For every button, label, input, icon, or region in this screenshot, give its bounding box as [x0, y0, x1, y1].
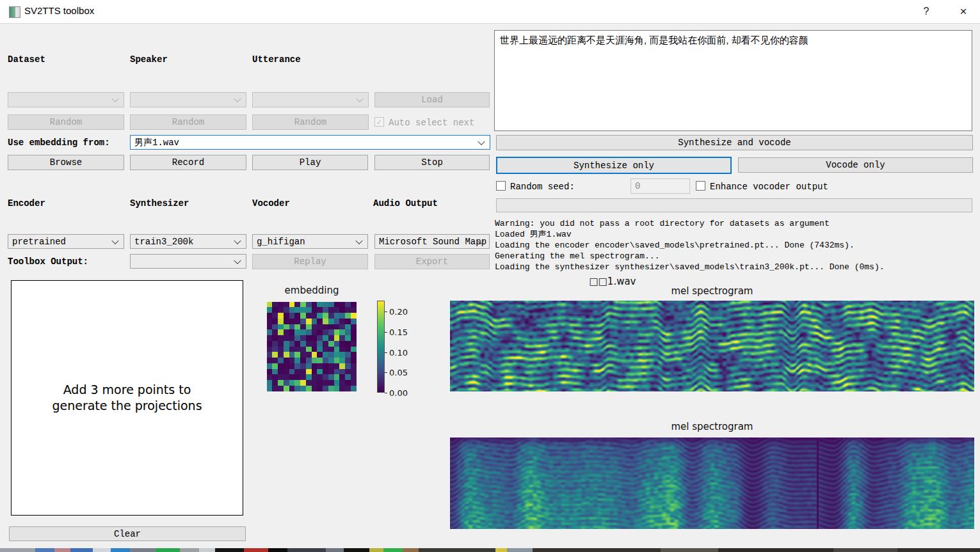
embedding-plot-title: embedding [267, 285, 357, 296]
encoder-value: pretrained [12, 237, 66, 247]
vocoder-select[interactable]: g_hifigan [252, 234, 368, 249]
browse-button[interactable]: Browse [8, 155, 124, 170]
synthesizer-value: train3_200k [134, 237, 193, 247]
chevron-down-icon [111, 237, 118, 244]
export-button[interactable]: Export [374, 254, 490, 269]
synthesize-only-button[interactable]: Synthesize only [496, 157, 732, 174]
embedding-heatmap [267, 302, 357, 391]
check-icon: ✓ [376, 118, 382, 126]
vocode-only-button[interactable]: Vocode only [738, 157, 973, 173]
synthesize-and-vocode-button[interactable]: Synthesize and vocode [496, 135, 973, 150]
speaker-random-button[interactable]: Random [130, 114, 246, 130]
text-prompt-input[interactable]: 世界上最遥远的距离不是天涯海角, 而是我站在你面前, 却看不见你的容颜 [494, 30, 972, 131]
dataset-label: Dataset [8, 54, 45, 65]
vocoder-value: g_hifigan [257, 237, 305, 247]
auto-select-next-checkbox[interactable]: ✓ [374, 117, 384, 127]
projections-message: Add 3 more points to generate the projec… [52, 382, 202, 414]
mel-spectrogram-title-top: mel spectrogram [450, 285, 974, 297]
replay-button[interactable]: Replay [252, 254, 368, 269]
enhance-vocoder-checkbox[interactable] [696, 181, 705, 191]
log-output: Warning: you did not pass a root directo… [495, 218, 975, 272]
utterance-select[interactable] [252, 92, 369, 107]
play-button[interactable]: Play [252, 155, 368, 170]
utterance-label: Utterance [252, 54, 301, 65]
dataset-random-button[interactable]: Random [8, 114, 124, 130]
dataset-select[interactable] [8, 92, 124, 107]
clear-button[interactable]: Clear [9, 526, 246, 541]
titlebar: SV2TTS toolbox ? × [0, 0, 980, 24]
audio-output-label: Audio Output [373, 198, 438, 209]
embedding-source-value: 男声1.wav [134, 137, 179, 148]
record-button[interactable]: Record [130, 155, 246, 170]
speaker-label: Speaker [130, 54, 168, 65]
toolbox-output-label: Toolbox Output: [8, 256, 88, 267]
embedding-colorbar [377, 301, 385, 393]
progress-bar [496, 198, 972, 212]
speaker-select[interactable] [130, 92, 246, 107]
vocoder-label: Vocoder [252, 198, 290, 209]
auto-select-next-label: Auto select next [389, 118, 474, 128]
encoder-select[interactable]: pretrained [8, 234, 124, 249]
log-line: Generating the mel spectrogram... [495, 251, 975, 262]
help-button[interactable]: ? [917, 4, 936, 19]
stop-button[interactable]: Stop [374, 155, 490, 170]
embedding-source-select[interactable]: 男声1.wav [130, 135, 490, 150]
close-button[interactable]: × [954, 4, 973, 19]
seed-input[interactable] [631, 178, 690, 194]
load-button[interactable]: Load [374, 92, 490, 107]
chevron-down-icon [234, 237, 241, 244]
log-line: Warning: you did not pass a root directo… [495, 218, 975, 229]
log-line: Loaded 男声1.wav [495, 229, 975, 240]
random-seed-label: Random seed: [510, 182, 575, 192]
window-title: SV2TTS toolbox [24, 5, 94, 16]
synthesizer-label: Synthesizer [130, 198, 189, 209]
log-line: Loading the synthesizer synthesizer\save… [495, 262, 975, 272]
mel-spectrogram-title-bottom: mel spectrogram [450, 421, 974, 432]
chevron-down-icon [356, 95, 363, 102]
audio-output-select[interactable]: Microsoft Sound Mapp [374, 234, 490, 249]
chevron-down-icon [111, 95, 118, 102]
projections-plot: Add 3 more points to generate the projec… [11, 280, 243, 516]
log-line: Loading the encoder encoder\saved_models… [495, 240, 975, 251]
encoder-label: Encoder [8, 198, 45, 209]
chevron-down-icon [234, 95, 241, 102]
toolbox-output-select[interactable] [130, 254, 246, 269]
desktop-strip [0, 548, 980, 552]
enhance-vocoder-label: Enhance vocoder output [710, 182, 828, 192]
audio-output-value: Microsoft Sound Mapp [379, 237, 486, 247]
chevron-down-icon [355, 237, 362, 244]
utterance-random-button[interactable]: Random [252, 114, 369, 130]
chevron-down-icon [478, 138, 485, 145]
use-embedding-from-label: Use embedding from: [8, 138, 110, 148]
synthesizer-select[interactable]: train3_200k [130, 234, 246, 249]
app-window: SV2TTS toolbox ? × Dataset Speaker Utter… [0, 0, 980, 552]
chevron-down-icon [234, 256, 241, 264]
random-seed-checkbox[interactable] [496, 181, 506, 191]
mel-spectrogram-bottom-canvas [450, 438, 974, 529]
app-icon [9, 6, 20, 18]
mel-spectrogram-top-canvas [450, 301, 974, 391]
